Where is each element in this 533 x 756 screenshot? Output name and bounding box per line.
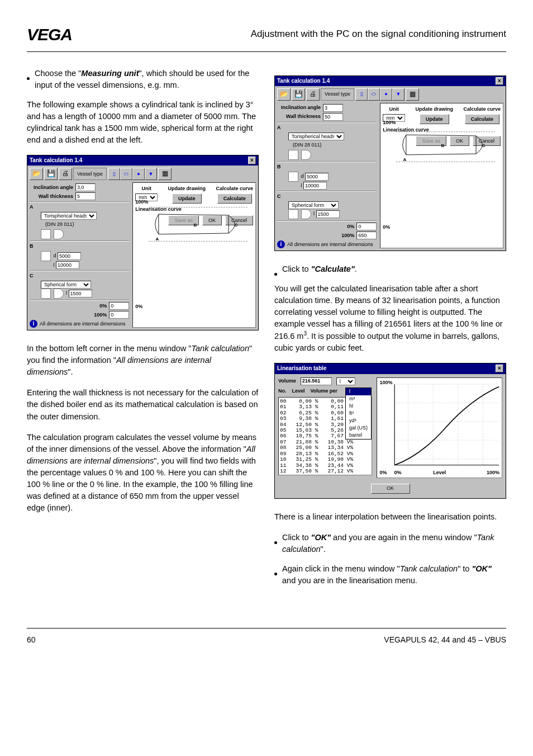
calculator-icon[interactable]: ▦ xyxy=(406,88,419,101)
svg-text:C: C xyxy=(235,223,238,228)
col-level: Level xyxy=(292,388,305,395)
vessel-drawing: A B C xyxy=(396,117,496,173)
bullet-ok-1: Click to "OK" and you are again in the m… xyxy=(274,532,506,555)
tank-calc-dialog-1: Tank calculation 1.4 × 📂 💾 🖨 Vessel type… xyxy=(27,155,259,331)
dialog-titlebar: Tank calculation 1.4 × xyxy=(275,76,506,87)
draw-0-label: 0% xyxy=(383,224,390,231)
close-icon[interactable]: × xyxy=(248,157,256,164)
zero-pct-input[interactable] xyxy=(109,302,129,310)
calculator-icon[interactable]: ▦ xyxy=(158,168,172,180)
hund-pct-input[interactable] xyxy=(109,311,129,319)
ok-button[interactable]: OK xyxy=(371,484,410,494)
shape-cone-icon[interactable]: ▼ xyxy=(392,88,404,101)
shape-sphere-icon[interactable]: ● xyxy=(132,168,145,180)
page-title: Adjustment with the PC on the signal con… xyxy=(72,27,506,41)
open-icon[interactable]: 📂 xyxy=(277,88,291,101)
dialog-titlebar: Linearisation table × xyxy=(275,363,506,374)
text: Choose the " xyxy=(35,69,81,78)
dialog-titlebar: Tank calculation 1.4 × xyxy=(27,155,258,166)
unit-option[interactable]: m³ xyxy=(346,395,371,403)
inclination-input[interactable] xyxy=(75,183,96,191)
text-em: Measuring unit xyxy=(81,69,139,78)
y-axis-0: 0% xyxy=(379,469,387,476)
shape-cyl-vert-icon[interactable]: ▯ xyxy=(108,168,120,180)
section-a-head: A xyxy=(277,124,377,131)
svg-text:A: A xyxy=(403,157,407,162)
diameter-input[interactable] xyxy=(58,252,81,260)
col-volper: Volume per xyxy=(311,388,337,395)
svg-text:A: A xyxy=(156,237,159,242)
shape-cone-icon[interactable]: ▼ xyxy=(145,168,157,180)
save-icon[interactable]: 💾 xyxy=(44,168,58,180)
l-label: l xyxy=(301,183,302,188)
unit-option[interactable]: barrel xyxy=(346,432,371,439)
section-c-select[interactable]: Spherical form xyxy=(288,201,339,209)
volume-unit-select[interactable]: l xyxy=(336,377,355,385)
inclination-label: Inclination angle xyxy=(277,104,321,111)
bullet-measuring-unit: Choose the "Measuring unit", which shoul… xyxy=(27,68,259,91)
unit-col-label: Unit xyxy=(141,185,151,192)
section-a-head: A xyxy=(30,204,129,211)
wall-thickness-input[interactable] xyxy=(323,113,343,121)
info-text: All dimensions are internal dimensions xyxy=(40,320,126,328)
l-label: l xyxy=(54,262,55,268)
unit-option[interactable]: gal (US) xyxy=(346,424,371,432)
x-axis-100: 100% xyxy=(487,469,499,476)
din-note: (DIN 28 011) xyxy=(41,220,129,229)
page-number: 60 xyxy=(27,634,36,645)
hund-pct-input[interactable] xyxy=(356,231,377,239)
vessel-shape-bar: ▯ ⬭ ● ▼ xyxy=(108,168,157,180)
section-a-select[interactable]: Torispherical heads xyxy=(288,133,344,140)
length-input[interactable] xyxy=(56,261,79,269)
unit-col-label: Unit xyxy=(389,106,399,113)
print-icon[interactable]: 🖨 xyxy=(306,88,320,101)
din-note: (DIN 28 011) xyxy=(288,140,377,150)
open-icon[interactable]: 📂 xyxy=(30,168,43,180)
vessel-type-label: Vessel type xyxy=(73,168,107,180)
unit-dropdown-open[interactable]: l m³ hl ft³ yd³ gal (US) barrel xyxy=(345,388,372,440)
c-length-input[interactable] xyxy=(69,290,92,297)
section-c-select[interactable]: Spherical form xyxy=(41,281,91,289)
zero-pct-label: 0% xyxy=(99,303,107,310)
length-input[interactable] xyxy=(303,182,327,190)
save-icon[interactable]: 💾 xyxy=(292,88,305,101)
diameter-input[interactable] xyxy=(305,173,329,181)
info-text: All dimensions are internal dimensions xyxy=(287,241,373,248)
close-icon[interactable]: × xyxy=(496,365,503,372)
calc-col-label: Calculate curve xyxy=(216,185,253,192)
shape-cyl-horiz-icon[interactable]: ⬭ xyxy=(120,168,132,180)
dialog-title-text: Tank calculation 1.4 xyxy=(30,157,82,165)
zero-pct-input[interactable] xyxy=(356,223,377,230)
head-icon-dish xyxy=(301,150,311,160)
vega-logo: VEGA xyxy=(27,22,72,47)
bullet-dot xyxy=(274,567,282,570)
vessel-type-label: Vessel type xyxy=(321,88,354,101)
shape-cyl-vert-icon[interactable]: ▯ xyxy=(355,88,368,101)
print-icon[interactable]: 🖨 xyxy=(59,168,72,180)
paragraph-interp: There is a linear interpolation between … xyxy=(274,511,506,523)
update-col-label: Update drawing xyxy=(416,106,454,113)
x-axis-label: Level xyxy=(433,469,446,476)
end-icon-sphere xyxy=(301,209,311,219)
shape-sphere-icon[interactable]: ● xyxy=(380,88,392,101)
page-header: VEGA Adjustment with the PC on the signa… xyxy=(27,22,506,52)
unit-option[interactable]: l xyxy=(346,388,371,395)
unit-option[interactable]: ft³ xyxy=(346,410,371,417)
unit-option[interactable]: hl xyxy=(346,403,371,410)
draw-100-label: 100% xyxy=(135,199,148,206)
wall-thickness-input[interactable] xyxy=(75,192,96,200)
bullet-calculate: Click to "Calculate". xyxy=(274,263,506,275)
close-icon[interactable]: × xyxy=(496,77,503,85)
unit-option[interactable]: yd³ xyxy=(346,417,371,424)
d-label: d xyxy=(301,174,304,179)
d-label: d xyxy=(54,253,56,259)
section-b-head: B xyxy=(30,243,129,250)
paragraph-wall-thickness: Entering the wall thickness is not neces… xyxy=(27,387,259,422)
shape-cyl-horiz-icon[interactable]: ⬭ xyxy=(368,88,380,101)
linearisation-dialog: Linearisation table × Volume 216.561 l l… xyxy=(274,363,506,499)
inclination-input[interactable] xyxy=(323,104,343,112)
c-length-input[interactable] xyxy=(316,210,340,218)
bullet-dot xyxy=(274,267,282,271)
section-a-select[interactable]: Torispherical heads xyxy=(41,212,97,220)
svg-text:B: B xyxy=(194,223,197,228)
